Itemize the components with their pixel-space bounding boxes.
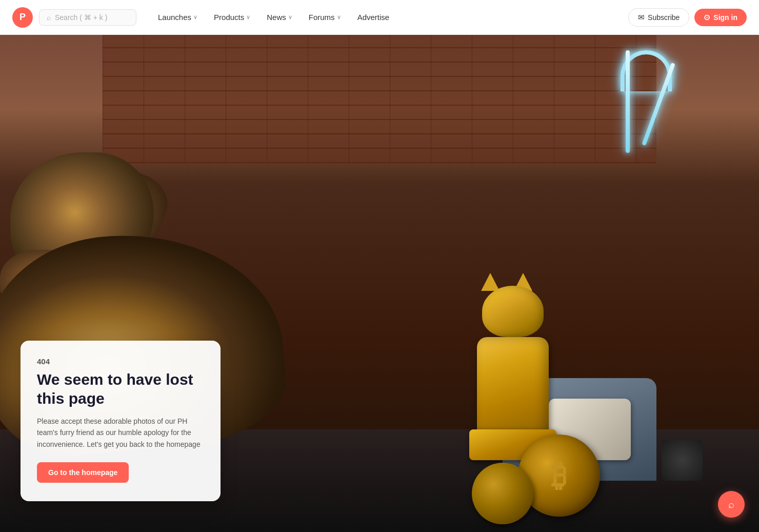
nav-items: Launches ∨ Products ∨ News ∨ Forums ∨ Ad… (151, 9, 396, 26)
go-to-homepage-button[interactable]: Go to the homepage (37, 462, 129, 483)
neon-base (662, 440, 703, 481)
subscribe-button[interactable]: ✉ Subscribe (628, 8, 689, 27)
search-placeholder: Search ( ⌘ + k ) (55, 13, 107, 22)
hero-area: ₿ 404 We seem to have lost this page Ple… (0, 35, 759, 532)
nav-item-news[interactable]: News ∨ (259, 9, 299, 26)
neon-art (605, 50, 708, 204)
statue-head (482, 286, 544, 337)
nav-item-products[interactable]: Products ∨ (207, 9, 257, 26)
bitcoin-coin-small (472, 463, 533, 524)
error-title: We seem to have lost this page (37, 370, 204, 408)
chevron-down-icon: ∨ (337, 14, 341, 21)
neon-tube-left (626, 50, 630, 153)
fab-search-button[interactable]: ⌕ (718, 491, 745, 518)
error-description: Please accept these adorable photos of o… (37, 416, 204, 450)
statue-body (477, 337, 549, 440)
error-code: 404 (37, 357, 204, 366)
chevron-down-icon: ∨ (246, 14, 250, 21)
nav-right: ✉ Subscribe ⊙ Sign in (628, 8, 747, 27)
fab-search-icon: ⌕ (728, 499, 734, 510)
search-bar[interactable]: ⌕ Search ( ⌘ + k ) (39, 9, 136, 26)
logo[interactable]: P (12, 7, 33, 28)
signin-button[interactable]: ⊙ Sign in (694, 9, 747, 26)
statue-ear-left (481, 273, 500, 291)
chevron-down-icon: ∨ (288, 14, 292, 21)
signin-icon: ⊙ (704, 13, 710, 22)
chevron-down-icon: ∨ (193, 14, 197, 21)
nav-item-launches[interactable]: Launches ∨ (151, 9, 205, 26)
error-card: 404 We seem to have lost this page Pleas… (21, 341, 221, 501)
nav-item-advertise[interactable]: Advertise (350, 9, 397, 26)
search-icon: ⌕ (47, 13, 51, 22)
nav-item-forums[interactable]: Forums ∨ (302, 9, 348, 26)
subscribe-icon: ✉ (638, 13, 645, 22)
navbar: P ⌕ Search ( ⌘ + k ) Launches ∨ Products… (0, 0, 759, 35)
